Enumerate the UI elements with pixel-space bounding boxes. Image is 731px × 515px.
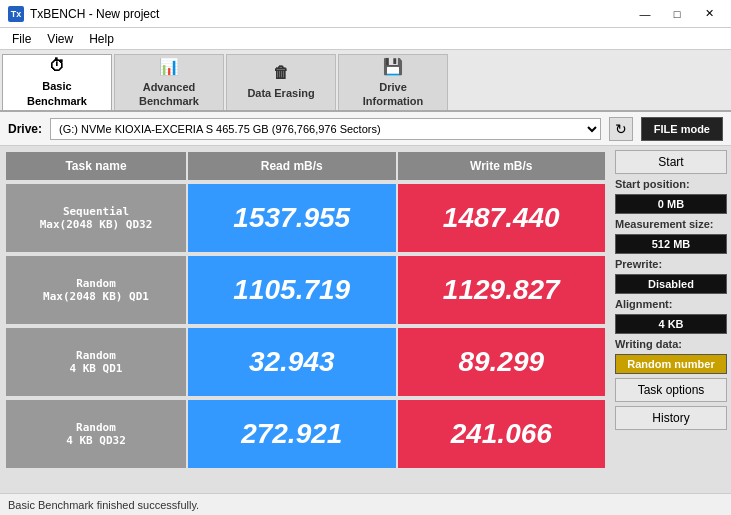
measurement-size-label: Measurement size: [615,218,727,230]
tab-drive-information[interactable]: 💾 DriveInformation [338,54,448,110]
menu-bar: File View Help [0,28,731,50]
drive-information-label: DriveInformation [363,80,424,109]
row-random-max-label: RandomMax(2048 KB) QD1 [6,256,186,324]
header-task-name: Task name [6,152,186,180]
start-position-label: Start position: [615,178,727,190]
window-title: TxBENCH - New project [30,7,631,21]
measurement-size-value: 512 MB [615,234,727,254]
row-random-max-read: 1105.719 [188,256,396,324]
row-random-4kb-qd32-write: 241.066 [398,400,606,468]
status-bar: Basic Benchmark finished successfully. [0,493,731,515]
row-sequential-label: SequentialMax(2048 KB) QD32 [6,184,186,252]
drive-select[interactable]: (G:) NVMe KIOXIA-EXCERIA S 465.75 GB (97… [50,118,601,140]
tab-advanced-benchmark[interactable]: 📊 AdvancedBenchmark [114,54,224,110]
close-button[interactable]: ✕ [695,4,723,24]
basic-benchmark-icon: ⏱ [49,57,65,75]
row-random-4kb-qd1-write: 89.299 [398,328,606,396]
header-read: Read mB/s [188,152,396,180]
table-row: Random4 KB QD32 272.921 241.066 [6,400,605,468]
row-sequential-write: 1487.440 [398,184,606,252]
header-write: Write mB/s [398,152,606,180]
row-random-max-write: 1129.827 [398,256,606,324]
main-content: Task name Read mB/s Write mB/s Sequentia… [0,146,731,493]
data-erasing-label: Data Erasing [247,86,314,100]
alignment-value: 4 KB [615,314,727,334]
menu-help[interactable]: Help [81,30,122,48]
file-mode-button[interactable]: FILE mode [641,117,723,141]
row-random-4kb-qd1-label: Random4 KB QD1 [6,328,186,396]
table-row: SequentialMax(2048 KB) QD32 1537.955 148… [6,184,605,252]
start-button[interactable]: Start [615,150,727,174]
refresh-button[interactable]: ↻ [609,117,633,141]
advanced-benchmark-label: AdvancedBenchmark [139,80,199,109]
row-random-4kb-qd1-read: 32.943 [188,328,396,396]
title-bar: Tx TxBENCH - New project — □ ✕ [0,0,731,28]
start-position-value: 0 MB [615,194,727,214]
benchmark-area: Task name Read mB/s Write mB/s Sequentia… [0,146,611,493]
drive-information-icon: 💾 [383,57,403,76]
tab-basic-benchmark[interactable]: ⏱ BasicBenchmark [2,54,112,110]
writing-data-value: Random number [615,354,727,374]
toolbar: ⏱ BasicBenchmark 📊 AdvancedBenchmark 🗑 D… [0,50,731,112]
right-panel: Start Start position: 0 MB Measurement s… [611,146,731,493]
row-sequential-read: 1537.955 [188,184,396,252]
table-row: RandomMax(2048 KB) QD1 1105.719 1129.827 [6,256,605,324]
alignment-label: Alignment: [615,298,727,310]
drive-bar: Drive: (G:) NVMe KIOXIA-EXCERIA S 465.75… [0,112,731,146]
menu-view[interactable]: View [39,30,81,48]
tab-data-erasing[interactable]: 🗑 Data Erasing [226,54,336,110]
minimize-button[interactable]: — [631,4,659,24]
history-button[interactable]: History [615,406,727,430]
data-erasing-icon: 🗑 [273,64,289,82]
table-row: Random4 KB QD1 32.943 89.299 [6,328,605,396]
writing-data-label: Writing data: [615,338,727,350]
maximize-button[interactable]: □ [663,4,691,24]
drive-label: Drive: [8,122,42,136]
prewrite-label: Prewrite: [615,258,727,270]
app-icon: Tx [8,6,24,22]
advanced-benchmark-icon: 📊 [159,57,179,76]
bench-header: Task name Read mB/s Write mB/s [6,152,605,180]
window-controls: — □ ✕ [631,4,723,24]
task-options-button[interactable]: Task options [615,378,727,402]
row-random-4kb-qd32-label: Random4 KB QD32 [6,400,186,468]
status-text: Basic Benchmark finished successfully. [8,499,199,511]
row-random-4kb-qd32-read: 272.921 [188,400,396,468]
prewrite-value: Disabled [615,274,727,294]
menu-file[interactable]: File [4,30,39,48]
basic-benchmark-label: BasicBenchmark [27,79,87,108]
